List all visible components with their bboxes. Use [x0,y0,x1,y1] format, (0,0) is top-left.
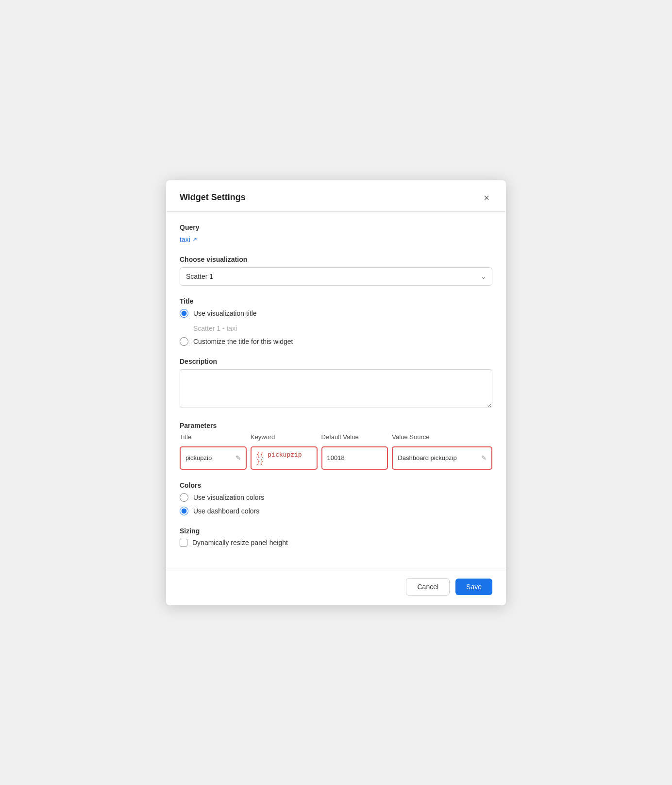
save-button[interactable]: Save [455,579,492,595]
parameters-section: Parameters Title Keyword Default Value V… [180,422,492,470]
parameters-header: Title Keyword Default Value Value Source [180,433,492,443]
dynamic-resize-label: Dynamically resize panel height [192,539,288,546]
use-viz-colors-radio[interactable] [180,493,188,502]
use-viz-title-label: Use visualization title [193,309,257,317]
parameters-table: Title Keyword Default Value Value Source… [180,433,492,470]
cancel-button[interactable]: Cancel [406,578,450,596]
colors-radio-group: Use visualization colors Use dashboard c… [180,493,492,515]
param-default-value: 10018 [327,454,345,461]
col-header-source: Value Source [392,433,492,443]
param-title-edit-icon[interactable]: ✎ [235,454,241,461]
description-input[interactable] [180,369,492,408]
title-label: Title [180,297,492,305]
visualization-section: Choose visualization Scatter 1 Bar 1 Lin… [180,256,492,286]
customize-title-radio[interactable] [180,337,188,346]
query-section: Query taxi ↗ [180,223,492,244]
close-button[interactable]: × [481,192,492,204]
param-keyword-cell: {{ pickupzip }} [251,446,318,470]
use-viz-title-item[interactable]: Use visualization title [180,309,492,318]
query-label: Query [180,223,492,231]
col-header-title: Title [180,433,247,443]
title-section: Title Use visualization title Scatter 1 … [180,297,492,346]
parameters-label: Parameters [180,422,492,429]
use-viz-title-radio[interactable] [180,309,188,318]
param-keyword-value: {{ pickupzip }} [256,451,312,465]
param-source-edit-icon[interactable]: ✎ [481,454,487,461]
modal-header: Widget Settings × [166,180,506,212]
visualization-select[interactable]: Scatter 1 Bar 1 Line 1 Table 1 [180,267,492,286]
use-viz-colors-item[interactable]: Use visualization colors [180,493,492,502]
col-header-default: Default Value [321,433,388,443]
use-dashboard-colors-label: Use dashboard colors [193,507,259,515]
modal-footer: Cancel Save [166,570,506,605]
colors-label: Colors [180,481,492,489]
param-source-value: Dashboard pickupzip [398,454,456,461]
widget-settings-modal: Widget Settings × Query taxi ↗ Choose vi… [166,180,506,605]
col-header-keyword: Keyword [251,433,318,443]
query-link-text: taxi [180,236,190,243]
description-section: Description [180,358,492,410]
visualization-label: Choose visualization [180,256,492,263]
use-viz-colors-label: Use visualization colors [193,494,264,501]
colors-section: Colors Use visualization colors Use dash… [180,481,492,515]
customize-title-label: Customize the title for this widget [193,338,293,345]
viz-title-hint: Scatter 1 - taxi [193,324,492,332]
modal-body: Query taxi ↗ Choose visualization Scatte… [166,212,506,566]
visualization-select-wrapper: Scatter 1 Bar 1 Line 1 Table 1 ⌄ [180,267,492,286]
use-dashboard-colors-radio[interactable] [180,507,188,515]
dynamic-resize-item[interactable]: Dynamically resize panel height [180,539,492,546]
sizing-label: Sizing [180,527,492,535]
modal-title: Widget Settings [180,192,246,203]
param-title-cell: pickupzip ✎ [180,446,247,470]
dynamic-resize-checkbox[interactable] [180,539,187,546]
table-row: pickupzip ✎ {{ pickupzip }} 10018 Dashbo… [180,446,492,470]
use-dashboard-colors-item[interactable]: Use dashboard colors [180,507,492,515]
external-link-icon: ↗ [192,236,197,243]
param-default-cell: 10018 [321,446,388,470]
param-title-value: pickupzip [185,454,212,461]
param-source-cell: Dashboard pickupzip ✎ [392,446,492,470]
query-link[interactable]: taxi ↗ [180,236,197,243]
title-radio-group: Use visualization title Scatter 1 - taxi… [180,309,492,346]
description-label: Description [180,358,492,365]
customize-title-item[interactable]: Customize the title for this widget [180,337,492,346]
sizing-section: Sizing Dynamically resize panel height [180,527,492,546]
